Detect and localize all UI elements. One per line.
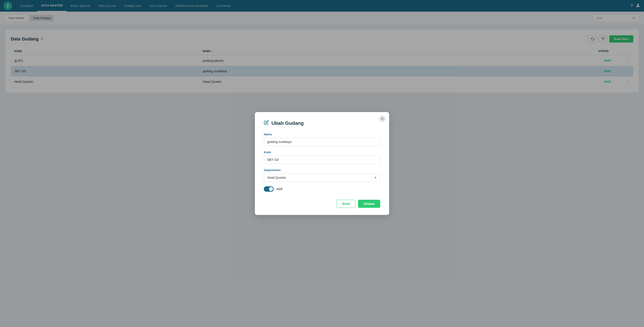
status-toggle-group: Aktif — [264, 186, 380, 192]
ubah-gudang-modal: Ubah Gudang ✕ Nama Kode Departemen Head … — [255, 112, 389, 215]
modal-close-button[interactable]: ✕ — [379, 116, 386, 122]
kode-input[interactable] — [264, 155, 380, 164]
kode-label: Kode — [264, 151, 380, 154]
modal-footer: Batal Simpan — [264, 200, 380, 208]
batal-button[interactable]: Batal — [336, 200, 355, 208]
toggle-label: Aktif — [276, 187, 282, 191]
modal-overlay[interactable]: Ubah Gudang ✕ Nama Kode Departemen Head … — [0, 0, 644, 327]
modal-header: Ubah Gudang — [264, 120, 380, 126]
toggle-slider — [264, 186, 274, 192]
departemen-label: Departemen — [264, 168, 380, 172]
nama-field-group: Nama — [264, 133, 380, 146]
modal-title: Ubah Gudang — [272, 120, 304, 126]
kode-field-group: Kode — [264, 151, 380, 164]
departemen-field-group: Departemen Head Quarter ▼ — [264, 168, 380, 182]
nama-label: Nama — [264, 133, 380, 136]
modal-edit-icon — [264, 120, 269, 126]
close-icon: ✕ — [381, 117, 384, 121]
departemen-select-wrap: Head Quarter ▼ — [264, 173, 380, 182]
departemen-select[interactable]: Head Quarter — [264, 173, 380, 182]
nama-input[interactable] — [264, 138, 380, 146]
aktif-toggle[interactable] — [264, 186, 274, 192]
simpan-button[interactable]: Simpan — [358, 200, 380, 208]
